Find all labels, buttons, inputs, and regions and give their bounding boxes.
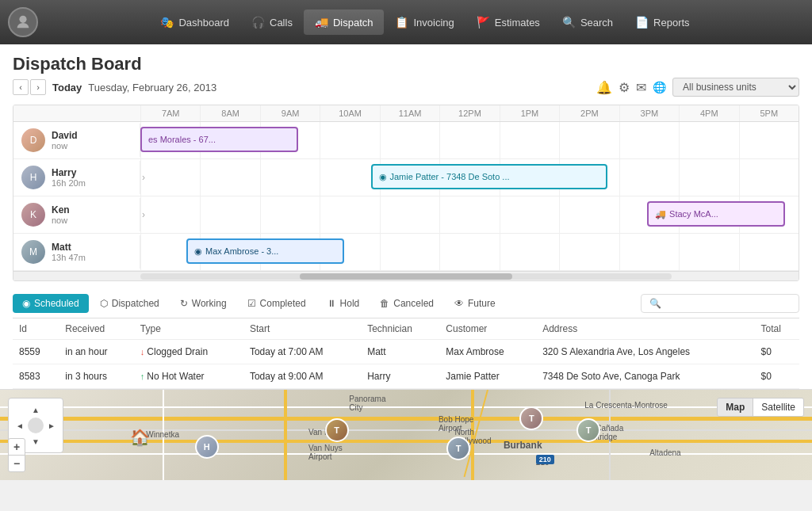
tab-canceled[interactable]: 🗑 Canceled	[370, 294, 443, 313]
table-header: Id Received Type Start Technician Custom…	[13, 318, 799, 340]
cell-type-2: ↑No Hot Water	[134, 364, 243, 389]
dispatch-icon: 🚚	[315, 16, 328, 29]
col-customer: Customer	[439, 318, 536, 340]
cell-address-2: 7348 De Soto Ave, Canoga Park	[536, 364, 754, 389]
map-right-button[interactable]: ►	[44, 418, 59, 433]
jobs-table: Id Received Type Start Technician Custom…	[13, 318, 799, 389]
cell-start-1: Today at 7:00 AM	[243, 340, 361, 364]
job-block-david-1[interactable]: es Morales - 67...	[140, 127, 298, 152]
table-row[interactable]: 8583 in 3 hours ↑No Hot Water Today at 9…	[13, 364, 799, 389]
time-12pm: 12PM	[439, 105, 499, 121]
job-block-ken-1[interactable]: 🚚 Stacy McA...	[647, 201, 785, 227]
table-header-row: Id Received Type Start Technician Custom…	[13, 318, 799, 340]
tab-completed[interactable]: ☑ Completed	[238, 294, 316, 313]
nav-label-dispatch: Dispatch	[333, 17, 373, 29]
timeline-matt: ◉ Max Ambrose - 3...	[140, 234, 799, 270]
harry-arrow-indicator: ›	[142, 172, 145, 183]
schedule-row-harry: H Harry 16h 20m ›	[13, 159, 799, 196]
notification-button[interactable]: 🔔	[596, 80, 612, 95]
tech-cell-ken: K Ken now	[13, 198, 140, 231]
tab-dispatched[interactable]: ⬡ Dispatched	[90, 294, 169, 313]
nav-item-reports[interactable]: 📄 Reports	[624, 10, 701, 35]
globe-icon: 🌐	[653, 81, 666, 93]
map-left-button[interactable]: ◄	[12, 418, 28, 433]
cell-tech-2: Harry	[361, 364, 439, 389]
app-logo	[8, 7, 38, 37]
nav-arrows: ‹ ›	[13, 79, 46, 95]
type-icon-down-1: ↓	[140, 347, 145, 357]
map-road-h3	[0, 406, 812, 408]
timeline-david: es Morales - 67...	[140, 122, 799, 158]
map-up-button[interactable]: ▲	[28, 402, 44, 418]
map-road-h4	[0, 453, 812, 455]
time-9am: 9AM	[260, 105, 320, 121]
col-address: Address	[536, 318, 754, 340]
highway-sign-210: 210	[536, 455, 554, 464]
teal-circle-icon: ◉	[379, 172, 387, 182]
nav-item-dashboard[interactable]: 🎭 Dashboard	[149, 10, 240, 35]
zoom-out-button[interactable]: −	[9, 456, 25, 471]
today-button[interactable]: Today	[52, 82, 82, 93]
nav-item-estimates[interactable]: 🚩 Estimates	[465, 10, 551, 35]
invoicing-icon: 📋	[395, 16, 408, 29]
map-label-van-nuys-airport: Van NuysAirport	[308, 444, 343, 461]
tab-future-label: Future	[468, 298, 496, 309]
time-3pm: 3PM	[619, 105, 679, 121]
nav-label-dashboard: Dashboard	[178, 17, 229, 29]
nav-label-calls: Calls	[270, 17, 293, 29]
nav-bar: 🎭 Dashboard 🎧 Calls 🚚 Dispatch 📋 Invoici…	[0, 0, 812, 44]
tech-name-ken: Ken	[52, 204, 70, 215]
map-down-button[interactable]: ▼	[28, 433, 44, 449]
prev-date-button[interactable]: ‹	[13, 79, 29, 95]
tab-canceled-label: Canceled	[393, 298, 434, 309]
time-11am: 11AM	[380, 105, 439, 121]
nav-item-dispatch[interactable]: 🚚 Dispatch	[304, 10, 385, 35]
map-button[interactable]: Map	[718, 399, 753, 416]
truck-icon: 🚚	[655, 209, 666, 219]
cell-type-1: ↓Clogged Drain	[134, 340, 243, 364]
satellite-button[interactable]: Satellite	[753, 399, 803, 416]
col-type: Type	[134, 318, 243, 340]
scroll-thumb[interactable]	[300, 273, 512, 280]
tab-future[interactable]: 👁 Future	[445, 294, 505, 313]
tab-completed-label: Completed	[260, 298, 306, 309]
current-date: Tuesday, February 26, 2013	[88, 82, 216, 93]
tech-name-matt: Matt	[52, 242, 86, 253]
settings-button[interactable]: ⚙	[619, 80, 630, 95]
tech-name-david: David	[52, 130, 78, 141]
tab-scheduled-label: Scheduled	[34, 298, 79, 309]
nav-item-invoicing[interactable]: 📋 Invoicing	[384, 10, 465, 35]
canceled-icon: 🗑	[380, 298, 389, 309]
nav-item-search[interactable]: 🔍 Search	[551, 10, 624, 35]
map-road-h5	[0, 429, 812, 431]
page-title: Dispatch Board	[13, 54, 799, 74]
type-icon-up-2: ↑	[140, 372, 145, 381]
search-input[interactable]	[641, 294, 799, 313]
cell-received-2: in 3 hours	[59, 364, 134, 389]
tab-scheduled[interactable]: ◉ Scheduled	[13, 294, 89, 313]
map-road-h1	[0, 417, 812, 421]
job-block-matt-1[interactable]: ◉ Max Ambrose - 3...	[186, 238, 344, 264]
nav-item-calls[interactable]: 🎧 Calls	[240, 10, 304, 35]
tabs-row: ◉ Scheduled ⬡ Dispatched ↻ Working ☑ Com…	[13, 289, 799, 318]
map-center	[28, 418, 44, 433]
zoom-in-button[interactable]: +	[9, 439, 25, 456]
estimates-icon: 🚩	[477, 16, 490, 29]
circle-icon-matt: ◉	[194, 246, 202, 257]
job-block-harry-1[interactable]: ◉ Jamie Patter - 7348 De Soto ...	[371, 164, 608, 189]
email-button[interactable]: ✉	[636, 80, 646, 95]
ken-arrow-indicator: ›	[142, 209, 145, 220]
timeline-ken: › 🚚 Stacy McA...	[140, 196, 799, 233]
schedule-row-david: D David now e	[13, 122, 799, 159]
table-row[interactable]: 8559 in an hour ↓Clogged Drain Today at …	[13, 340, 799, 364]
search-icon: 🔍	[562, 16, 576, 29]
scroll-track[interactable]	[140, 273, 672, 280]
business-units-select[interactable]: All business units	[672, 78, 799, 97]
tab-hold[interactable]: ⏸ Hold	[317, 294, 370, 313]
future-icon: 👁	[454, 298, 464, 309]
schedule-row-ken: K Ken now ›	[13, 196, 799, 234]
main-content: Dispatch Board ‹ › Today Tuesday, Februa…	[0, 44, 812, 389]
next-date-button[interactable]: ›	[30, 79, 46, 95]
tab-hold-label: Hold	[340, 298, 360, 309]
tab-working[interactable]: ↻ Working	[170, 294, 236, 313]
